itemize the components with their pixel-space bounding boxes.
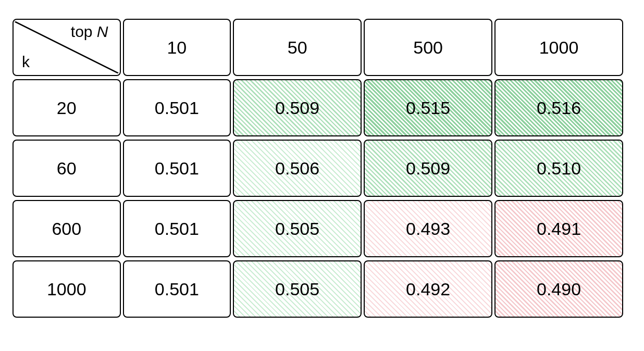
- data-cell: 0.501: [123, 200, 231, 257]
- data-cell: 0.505: [233, 200, 362, 257]
- data-cell: 0.506: [233, 140, 362, 197]
- col-header: 10: [123, 19, 231, 76]
- data-cell: 0.501: [123, 260, 231, 318]
- data-cell: 0.510: [494, 140, 623, 197]
- data-cell: 0.493: [364, 200, 492, 257]
- table-header-row: top N k 10 50 500 1000: [13, 19, 623, 76]
- row-header: 1000: [13, 260, 121, 318]
- col-axis-label: top N: [71, 23, 108, 41]
- data-cell: 0.515: [364, 79, 492, 136]
- table-row: 20 0.501 0.509 0.515 0.516: [13, 79, 623, 136]
- data-cell: 0.505: [233, 260, 362, 318]
- data-cell: 0.509: [364, 140, 492, 197]
- data-cell: 0.516: [494, 79, 623, 136]
- data-cell: 0.490: [494, 260, 623, 318]
- row-header: 60: [13, 140, 121, 197]
- row-header: 20: [13, 79, 121, 136]
- col-header: 500: [364, 19, 492, 76]
- heatmap-table: top N k 10 50 500 1000 20 0.501 0.509 0.…: [10, 16, 625, 321]
- data-cell: 0.501: [123, 79, 231, 136]
- row-axis-label: k: [22, 53, 30, 71]
- table-row: 1000 0.501 0.505 0.492 0.490: [13, 260, 623, 318]
- data-cell: 0.501: [123, 140, 231, 197]
- col-header: 50: [233, 19, 362, 76]
- data-cell: 0.509: [233, 79, 362, 136]
- data-cell: 0.492: [364, 260, 492, 318]
- axis-corner-cell: top N k: [13, 19, 121, 76]
- table-row: 60 0.501 0.506 0.509 0.510: [13, 140, 623, 197]
- data-cell: 0.491: [494, 200, 623, 257]
- table-row: 600 0.501 0.505 0.493 0.491: [13, 200, 623, 257]
- row-header: 600: [13, 200, 121, 257]
- col-axis-label-text: top N: [71, 23, 108, 40]
- col-header: 1000: [494, 19, 623, 76]
